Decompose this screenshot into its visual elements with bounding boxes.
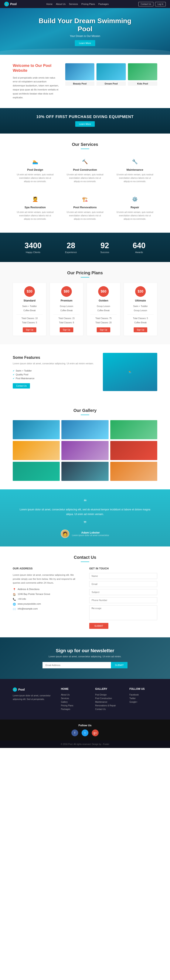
nav-services[interactable]: Services	[69, 3, 78, 5]
footer-link[interactable]: Maintenance	[95, 700, 123, 704]
gallery-item-3[interactable]	[110, 420, 157, 439]
contact-phone-input[interactable]	[89, 597, 157, 603]
price-premium-badge: $80	[61, 286, 72, 297]
footer-link[interactable]: Packages	[61, 707, 89, 711]
get-in-touch-title: GET IN TOUCH	[89, 567, 157, 570]
contact-email: info@example.com	[18, 608, 38, 610]
newsletter-email-input[interactable]	[43, 662, 111, 668]
footer-col-gallery: Gallery Pool Design Pool Construction Ma…	[95, 687, 123, 711]
contact-subject-input[interactable]	[89, 589, 157, 595]
footer-link[interactable]: Google+	[130, 700, 157, 704]
contact-email-input[interactable]	[89, 581, 157, 587]
gallery-item-2[interactable]	[61, 420, 108, 439]
stat-experience: 28 Experience	[65, 241, 77, 253]
author-title: Lorem ipsum dolor sit amet consectetur	[72, 534, 109, 536]
contact-address-item: 📍 Address & Directions	[13, 588, 81, 591]
footer-home-links: About Us Services Gallery Pricing Plans …	[61, 693, 89, 711]
service-renovations-title: Pool Renovations	[66, 206, 104, 209]
contact-website: www.yourpoolsite.com	[18, 603, 41, 605]
pool-image-beauty	[65, 63, 95, 80]
promo-button[interactable]: Learn More	[75, 121, 95, 127]
footer-link[interactable]: Twitter	[130, 697, 157, 700]
twitter-icon[interactable]: t	[82, 729, 88, 736]
service-pool-design-title: Pool Design	[16, 168, 54, 171]
googleplus-icon[interactable]: g+	[92, 729, 99, 736]
location-icon: 🏠	[13, 593, 16, 596]
gallery-item-9[interactable]	[110, 462, 157, 481]
facebook-icon[interactable]: f	[71, 729, 78, 736]
footer-link[interactable]: Pricing Plans	[61, 704, 89, 707]
nav-about[interactable]: About Us	[56, 3, 66, 5]
footer-link[interactable]: Contact Us	[95, 707, 123, 711]
footer-gallery-links: Pool Design Pool Construction Maintenanc…	[95, 693, 123, 711]
list-item: Group Lesson	[53, 304, 80, 309]
follow-title: Follow Us	[13, 724, 157, 727]
promo-text: 10% OFF FIRST PURCHASE DIVING EQUIPMENT	[36, 115, 134, 119]
pool-design-icon: 🏊	[31, 158, 39, 166]
price-card-golden: $60 Golden Group Lesson Coffee Break Tot…	[87, 283, 120, 336]
gallery-title: Our Gallery	[13, 408, 157, 415]
nav-packages[interactable]: Packages	[98, 3, 109, 5]
gallery-item-5[interactable]	[61, 441, 108, 460]
stat-awards-label: Awards	[133, 251, 146, 253]
spa-icon: 💆	[31, 195, 39, 204]
hero-subtitle: Your Dream is Our Mission	[38, 35, 132, 38]
main-nav: Home About Us Services Pricing Plans Pac…	[47, 3, 109, 5]
signup-golden-button[interactable]: Sign Up	[97, 328, 110, 332]
gallery-item-8[interactable]	[61, 462, 108, 481]
features-contact-button[interactable]: Contact Us	[13, 383, 30, 388]
footer-link[interactable]: Renovations & Repair	[95, 704, 123, 707]
footer-link[interactable]: Gallery	[61, 700, 89, 704]
signup-standard-button[interactable]: Sign Up	[23, 328, 36, 332]
price-premium-features: Group Lesson Coffee Break Total Classes:…	[53, 304, 80, 325]
logo[interactable]: 🏊 Pool	[4, 2, 16, 6]
footer-link[interactable]: Pool Construction	[95, 697, 123, 700]
login-button[interactable]: Log In	[155, 2, 166, 6]
contact-grid: OUR ADDRESS Lorem ipsum dolor sit amet, …	[13, 567, 157, 629]
footer-link[interactable]: Pool Design	[95, 693, 123, 697]
price-ultimate-name: Ultimate	[127, 299, 154, 302]
logo-icon: 🏊	[4, 2, 9, 6]
stat-awards-value: 640	[133, 241, 146, 250]
footer-logo: 🏊 Pool	[13, 687, 55, 692]
signup-ultimate-button[interactable]: Sign Up	[134, 328, 147, 332]
follow-section: Follow Us f t g+	[0, 719, 170, 741]
contact-submit-button[interactable]: SUBMIT	[89, 623, 108, 629]
pool-label-beauty: Beauty Pool	[65, 81, 95, 86]
newsletter-title: Sign up for our Newsletter	[17, 648, 153, 654]
footer-link[interactable]: Services	[61, 697, 89, 700]
map-pin-icon: 📍	[13, 588, 16, 591]
list-item: Swim + Toddler	[13, 369, 95, 372]
hero-cta-button[interactable]: Learn More	[75, 40, 95, 46]
gallery-item-6[interactable]	[110, 441, 157, 460]
contact-message-input[interactable]	[89, 605, 157, 620]
footer-main: 🏊 Pool Lorem ipsum dolor sit amet, conse…	[0, 679, 170, 719]
repair-icon: ⚙️	[131, 195, 139, 204]
service-renovations: 🏗️ Pool Renovations Ut enim ad minim ven…	[63, 192, 107, 224]
author-info: Adam Lobster Lorem ipsum dolor sit amet …	[72, 531, 109, 536]
footer-link[interactable]: Facebook	[130, 693, 157, 697]
contact-button[interactable]: Contact Us	[138, 2, 154, 6]
stat-experience-label: Experience	[65, 251, 77, 253]
nav-home[interactable]: Home	[47, 3, 53, 5]
gallery-item-4[interactable]	[13, 441, 60, 460]
signup-premium-button[interactable]: Sign Up	[60, 328, 73, 332]
promo-banner: 10% OFF FIRST PURCHASE DIVING EQUIPMENT …	[0, 108, 170, 134]
features-image-inner: 🏊	[103, 353, 157, 391]
list-item: Total Classes: 5	[16, 321, 43, 325]
gallery-item-7[interactable]	[13, 462, 60, 481]
list-item: Quality Pool	[13, 372, 95, 376]
nav-pricing[interactable]: Pricing Plans	[82, 3, 95, 5]
stat-clients-label: Happy Clients	[24, 251, 42, 253]
gallery-item-1[interactable]	[13, 420, 60, 439]
list-item: Pool Maintenance	[13, 376, 95, 380]
features-title: Some Features	[13, 355, 95, 360]
newsletter-submit-button[interactable]: SUBMIT	[111, 662, 127, 668]
stat-success: 92 Success	[100, 241, 109, 253]
copyright-text: © 2016 Pool. All rights reserved. Design…	[61, 743, 109, 745]
contact-name-input[interactable]	[89, 573, 157, 579]
testimonial-author: 🧑 Adam Lobster Lorem ipsum dolor sit ame…	[17, 530, 153, 538]
footer-link[interactable]: About Us	[61, 693, 89, 697]
footer-col-gallery-title: Gallery	[95, 687, 123, 690]
service-maintenance: 🔧 Maintenance Ut enim ad minim veniam, q…	[112, 154, 157, 187]
